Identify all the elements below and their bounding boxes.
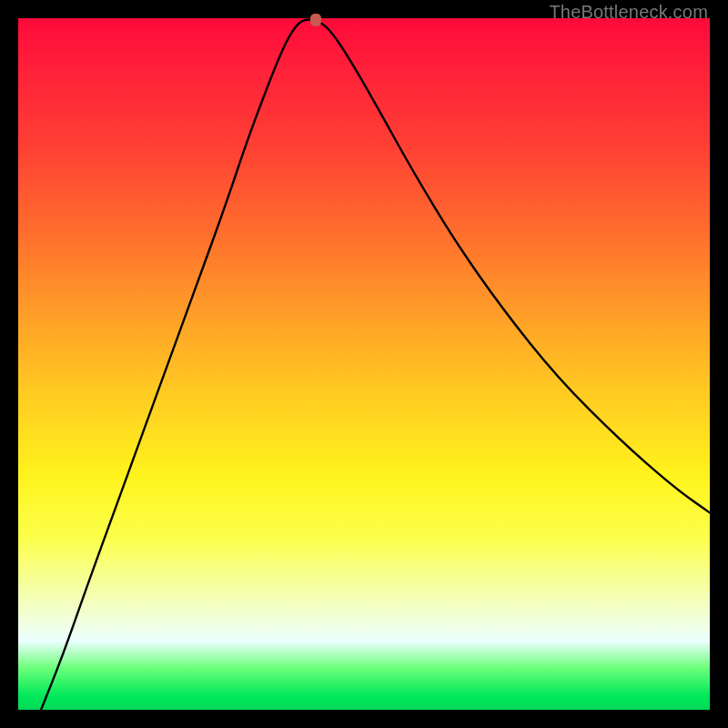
watermark-text: TheBottleneck.com [549, 2, 708, 23]
curve-path [41, 20, 710, 710]
chart-frame: TheBottleneck.com [0, 0, 728, 728]
plot-area [18, 18, 710, 710]
optimal-point-marker [310, 14, 321, 26]
bottleneck-curve [18, 18, 710, 710]
